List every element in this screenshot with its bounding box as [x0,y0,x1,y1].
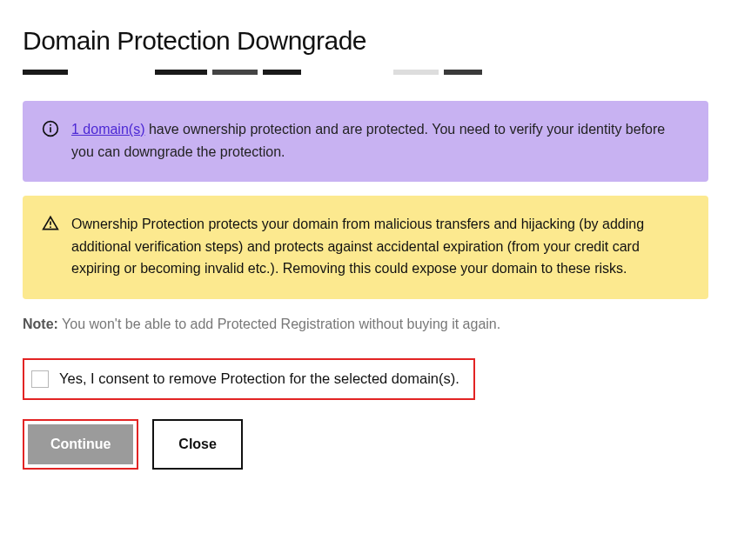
page-title: Domain Protection Downgrade [23,26,708,56]
svg-point-2 [50,124,51,126]
info-alert: 1 domain(s) have ownership protection an… [23,101,708,182]
svg-point-4 [50,226,51,228]
step-segment [155,70,207,75]
step-gap [68,70,155,75]
warning-alert-text: Ownership Protection protects your domai… [71,213,689,280]
step-gap [301,70,393,75]
warning-icon [42,215,59,232]
close-button[interactable]: Close [152,419,243,470]
consent-row[interactable]: Yes, I consent to remove Protection for … [23,358,475,400]
info-alert-body: 1 domain(s) have ownership protection an… [71,118,689,163]
step-segment [393,70,439,75]
step-segment [444,70,482,75]
note-label: Note: [23,317,58,331]
consent-label: Yes, I consent to remove Protection for … [59,370,459,387]
continue-button-highlight: Continue [23,419,138,470]
continue-button[interactable]: Continue [28,424,133,464]
consent-checkbox[interactable] [31,370,49,388]
step-segment [23,70,68,75]
stepper-bar [23,70,708,77]
button-row: Continue Close [23,419,708,470]
note-line: Note: You won't be able to add Protected… [23,317,708,332]
step-segment [263,70,301,75]
info-alert-text: have ownership protection and are protec… [71,122,665,159]
domain-count-link[interactable]: 1 domain(s) [71,122,144,137]
warning-alert: Ownership Protection protects your domai… [23,196,708,299]
step-segment [212,70,258,75]
info-icon [42,120,59,137]
note-text: You won't be able to add Protected Regis… [58,317,500,331]
